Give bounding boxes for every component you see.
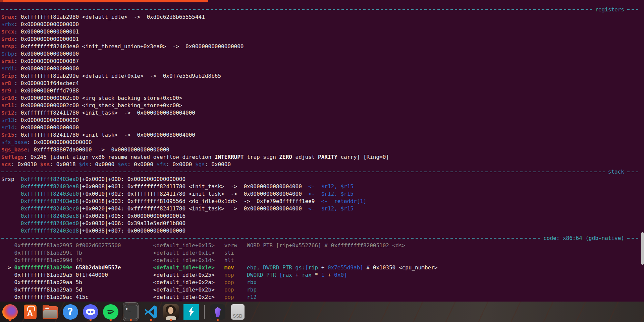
running-indicator-dot (170, 319, 172, 321)
code-row-4: 0xffffffff81ab29a5 0f1f440000 <default_i… (0, 271, 642, 279)
stack-row-3: 0xffffffff82403eb8|+0x0018|+003: 0xfffff… (0, 198, 642, 205)
register-rsp: $rsp: 0xffffffff82403ea0 <init_thread_un… (0, 43, 642, 50)
dock-item-files[interactable] (42, 302, 58, 321)
register-r14: $r14: 0x0000000000000000 (0, 124, 642, 131)
folder-front (43, 310, 57, 318)
register-rbp: $rbp: 0x0000000000000000 (0, 50, 642, 58)
register-r9: $r9 : 0x00000000fffd7988 (0, 87, 642, 94)
gdb-terminal-window: registers$rax: 0xffffffff81ab2980 <defau… (0, 0, 644, 302)
ssd-drive-icon: SSD (231, 304, 245, 320)
stack-row-5: 0xffffffff82403ec8|+0x0028|+005: 0x00000… (0, 212, 642, 220)
stack-row-4: 0xffffffff82403ec0|+0x0020|+004: 0xfffff… (0, 205, 642, 212)
ssd-label: SSD (233, 313, 243, 319)
dock-item-help[interactable]: ? (62, 302, 78, 321)
register-rdx: $rdx: 0x0000000000000001 (0, 36, 642, 43)
discord-icon (83, 304, 98, 320)
terminal-scrollbar-thumb[interactable] (641, 232, 644, 265)
section-divider-label: stack (608, 168, 624, 176)
spotify-icon (103, 304, 118, 320)
code-row-0: 0xffffffff81ab2995 0f002d66275500 <defau… (0, 242, 642, 249)
folder-slot (45, 308, 49, 309)
dock-item-firefox[interactable] (2, 302, 18, 321)
files-folder-icon (43, 306, 58, 319)
section-divider: registers (0, 6, 642, 13)
running-indicator-dot (130, 319, 132, 321)
code-row-5: 0xffffffff81ab29aa 5b <default_idle+0x2a… (0, 279, 642, 286)
dock-item-ssd-drive[interactable]: SSD (230, 302, 246, 321)
obsidian-icon (210, 304, 225, 320)
localsend-lightning-icon (183, 304, 199, 320)
register-rax: $rax: 0xffffffff81ab2980 <default_idle> … (0, 13, 642, 21)
help-icon: ? (63, 304, 78, 320)
dock-item-ubuntu-software[interactable]: A (22, 302, 38, 321)
terminal-output: registers$rax: 0xffffffff81ab2980 <defau… (0, 6, 642, 301)
desktop-screen: registers$rax: 0xffffffff81ab2980 <defau… (0, 0, 644, 322)
register-r12: $r12: 0xffffffff82411780 <init_task> -> … (0, 109, 642, 117)
register-rcx: $rcx: 0x0000000000000001 (0, 28, 642, 36)
register-r8: $r8 : 0x0000001f64acbec4 (0, 80, 642, 87)
dock-item-vscode[interactable] (143, 302, 159, 321)
stack-row-7: 0xffffffff82403ed8|+0x0038|+007: 0x00000… (0, 227, 642, 235)
register-r13: $r13: 0x0000000000000000 (0, 117, 642, 124)
dock-separator (204, 305, 205, 319)
spotify-waves (106, 307, 116, 317)
dock-item-obsidian[interactable] (210, 302, 225, 321)
ubuntu-software-icon: A (24, 305, 37, 319)
obsidian-gem (213, 307, 222, 317)
code-row-current: -> 0xffffffff81ab299e 658b2dabd9557e <de… (0, 264, 642, 271)
dock-panel: A ? (0, 302, 644, 322)
vscode-logo (144, 305, 158, 319)
stack-row-2: 0xffffffff82403eb0|+0x0010|+002: 0xfffff… (0, 190, 642, 198)
register-rip: $rip: 0xffffffff81ab299e <default_idle+0… (0, 72, 642, 80)
dock-item-portrait-app[interactable] (163, 302, 179, 321)
running-indicator-dot (9, 319, 11, 321)
code-row-1: 0xffffffff81ab299c fb <default_idle+0x1c… (0, 249, 642, 257)
running-indicator-dot (90, 319, 92, 321)
code-row-2: 0xffffffff81ab299d f4 <default_idle+0x1d… (0, 257, 642, 264)
register-r11: $r11: 0x0000000000002c00 <irq_stack_back… (0, 102, 642, 109)
vscode-icon (143, 304, 159, 320)
register-rbx: $rbx: 0x0000000000000000 (0, 21, 642, 28)
code-row-7: 0xffffffff81ab29ac 415c <default_idle+0x… (0, 294, 642, 301)
stack-row-6: 0xffffffff82403ed0|+0x0030|+006: 0x39a31… (0, 220, 642, 227)
register-gs-base: $gs_base: 0xffff88807da00000 -> 0x000000… (0, 146, 642, 153)
dock-item-list: A ? (2, 302, 246, 322)
register-segments: $cs: 0x0010 $ss: 0x0018 $ds: 0x0000 $es:… (0, 161, 642, 168)
running-indicator-dot (110, 319, 112, 321)
terminal-prompt-glyph: >_ (126, 306, 131, 311)
terminal-accent-bar (0, 0, 208, 2)
dock-item-discord[interactable] (83, 302, 98, 321)
register-rsi: $rsi: 0x0000000000000087 (0, 58, 642, 65)
lightning-bolt (187, 307, 196, 317)
terminal-focused-frame: >_ (123, 302, 139, 321)
register-eflags: $eflags: 0x246 [ident align vx86 resume … (0, 153, 642, 161)
register-r15: $r15: 0xffffffff82411780 <init_task> -> … (0, 131, 642, 139)
running-indicator-dot (217, 319, 219, 321)
dock-item-terminal[interactable]: >_ (123, 302, 139, 321)
stack-row-1: 0xffffffff82403ea8|+0x0008|+001: 0xfffff… (0, 183, 642, 190)
stack-row-0: $rsp 0xffffffff82403ea0|+0x0000|+000: 0x… (0, 176, 642, 183)
dock-item-spotify[interactable] (103, 302, 118, 321)
terminal-icon: >_ (124, 305, 138, 319)
help-glyph: ? (67, 306, 73, 317)
section-divider-label: registers (595, 6, 624, 13)
firefox-icon (2, 304, 18, 320)
register-fs-base: $fs_base: 0x0000000000000000 (0, 139, 642, 146)
code-row-6: 0xffffffff81ab29ab 5d <default_idle+0x2b… (0, 286, 642, 294)
portrait-app-icon (163, 304, 179, 320)
register-r10: $r10: 0x0000000000002c00 <irq_stack_back… (0, 94, 642, 102)
portrait-face (168, 307, 173, 314)
running-indicator-dot (150, 319, 152, 321)
section-divider: stack (0, 168, 642, 176)
register-rdi: $rdi: 0x0000000000000000 (0, 65, 642, 72)
dock-item-localsend[interactable] (183, 302, 199, 321)
section-divider-label: code: x86:64 (gdb-native) (543, 235, 624, 242)
software-letter: A (27, 309, 33, 318)
section-divider: code: x86:64 (gdb-native) (0, 235, 642, 242)
